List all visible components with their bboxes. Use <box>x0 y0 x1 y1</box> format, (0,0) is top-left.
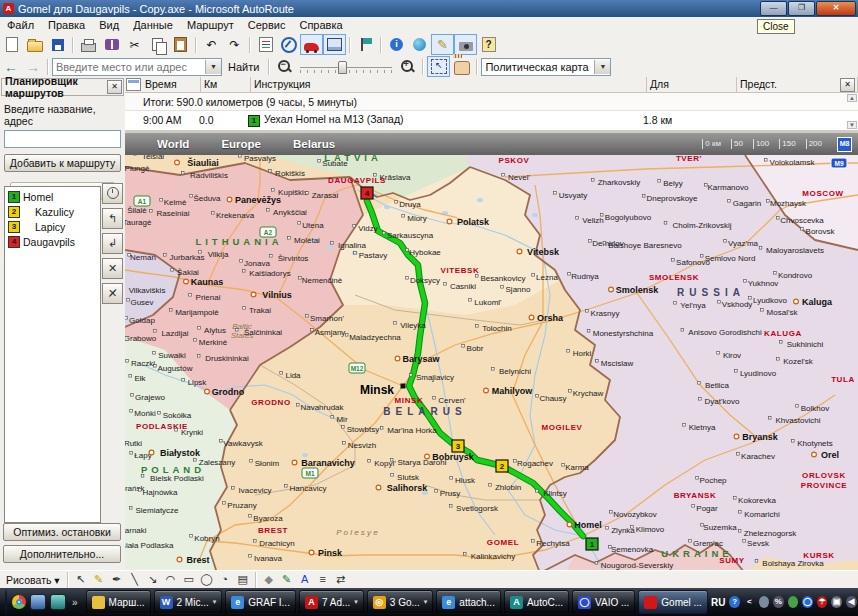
print-icon[interactable] <box>77 34 100 55</box>
map-canvas[interactable]: TelsiaiŠiauliaiPasvalysPlungėRadviliškis… <box>125 155 858 574</box>
task-autocad[interactable]: AAutoC... <box>504 590 569 614</box>
map-breadcrumb-world[interactable]: World <box>157 138 189 150</box>
legend-icon[interactable] <box>254 34 277 55</box>
move-stop-down-button[interactable]: ↲ <box>102 233 123 254</box>
directions-column-0[interactable]: Время <box>142 77 201 92</box>
zoom-in-button[interactable]: + <box>396 56 419 77</box>
radius-circle-tool[interactable]: ◔ <box>216 572 234 587</box>
freeform-tool[interactable]: ◠ <box>162 572 180 587</box>
stop-item-daugavpils[interactable]: 4Daugavpils <box>5 234 100 249</box>
optimize-stops-button[interactable]: Оптимиз. остановки <box>3 523 121 541</box>
snapshot-icon[interactable] <box>454 34 477 55</box>
map-style-dropdown-icon[interactable]: ▼ <box>594 60 610 74</box>
directions-close-icon[interactable]: ✕ <box>840 78 855 92</box>
tray-user-icon[interactable] <box>788 596 799 608</box>
undo-icon[interactable]: ↶ <box>200 34 223 55</box>
redo-icon[interactable]: ↷ <box>223 34 246 55</box>
back-icon[interactable]: ← <box>0 59 22 75</box>
title-bar[interactable]: A Gomel для Daugavpils - Copy.axe - Micr… <box>0 0 858 17</box>
tray-ring-icon[interactable]: ◯ <box>802 596 813 608</box>
zoom-select-tool[interactable]: ↖ <box>427 56 450 77</box>
task-group-arrow-icon[interactable]: ▾ <box>213 598 217 606</box>
map-breadcrumb-europe[interactable]: Europe <box>221 138 261 150</box>
route-planner-icon[interactable] <box>300 34 323 55</box>
zoom-slider[interactable] <box>300 60 392 74</box>
task-route-folder[interactable]: Марш... <box>86 590 151 614</box>
address-book-icon[interactable] <box>100 34 123 55</box>
more-options-button[interactable]: Дополнительно... <box>3 545 121 563</box>
tray-avira-icon[interactable]: ☂ <box>817 596 828 608</box>
zoom-slider-thumb[interactable] <box>338 61 347 74</box>
task-attach-ie[interactable]: eattach... <box>436 590 501 614</box>
directions-column-2[interactable]: Инструкция <box>251 77 647 92</box>
task-vaio[interactable]: ◯VAIO ... <box>572 590 635 614</box>
task-group-arrow-icon[interactable]: ▾ <box>354 598 358 606</box>
info-icon[interactable]: i <box>385 34 408 55</box>
menu-item-edit[interactable]: Правка <box>41 18 92 32</box>
tray-volume-icon[interactable]: ◀ <box>846 596 857 608</box>
tray-battery-icon[interactable]: % <box>773 596 784 608</box>
directions-column-3[interactable]: Для <box>647 77 737 92</box>
tray-network-icon[interactable]: ▣ <box>831 596 842 608</box>
task-graf-ie[interactable]: eGRAF I... <box>225 590 296 614</box>
highlighter-tool[interactable]: ✎ <box>90 572 108 587</box>
paste-icon[interactable] <box>169 34 192 55</box>
line-color-tool[interactable]: ✎ <box>278 572 296 587</box>
stop-item-kazulicy[interactable]: 2Kazulicy <box>5 204 100 219</box>
rectangle-tool[interactable]: ▭ <box>180 572 198 587</box>
delete-all-stops-button[interactable]: ✕̸ <box>102 283 123 304</box>
select-drawing-tool[interactable]: ↖ <box>72 572 90 587</box>
directions-pane-icon[interactable] <box>323 34 346 55</box>
menu-item-route[interactable]: Маршрут <box>180 18 241 32</box>
start-button[interactable] <box>5 589 7 616</box>
map-breadcrumb-belarus[interactable]: Belarus <box>293 138 335 150</box>
stop-item-lapicy[interactable]: 3Lapicy <box>5 219 100 234</box>
zoom-out-button[interactable]: − <box>273 56 296 77</box>
stops-flag-icon[interactable] <box>354 34 377 55</box>
task-adobe[interactable]: A7 Ad...▾ <box>299 590 364 614</box>
menu-item-help[interactable]: Справка <box>292 18 349 32</box>
task-group-arrow-icon[interactable]: ▾ <box>424 598 428 606</box>
tray-display-icon[interactable] <box>759 596 770 608</box>
directions-header-icon[interactable] <box>126 78 141 91</box>
menu-item-tools[interactable]: Сервис <box>241 18 293 32</box>
search-input[interactable] <box>53 61 205 73</box>
fill-color-tool[interactable]: ◆ <box>260 572 278 587</box>
open-file-icon[interactable] <box>23 34 46 55</box>
delete-stop-button[interactable]: ✕ <box>102 258 123 279</box>
line-tool[interactable]: ╲ <box>126 572 144 587</box>
schedule-stop-button[interactable] <box>102 183 123 204</box>
new-document-icon[interactable] <box>0 34 23 55</box>
measure-icon[interactable] <box>277 34 300 55</box>
route-arrows-tool[interactable]: ⇄ <box>332 572 350 587</box>
forward-icon[interactable]: → <box>22 59 44 75</box>
copy-icon[interactable] <box>146 34 169 55</box>
tray-help-icon[interactable]: ? <box>729 596 740 608</box>
search-dropdown-icon[interactable]: ▼ <box>205 60 221 74</box>
maximize-button[interactable]: ❐ <box>788 1 815 16</box>
menu-item-file[interactable]: Файл <box>0 18 41 32</box>
directions-column-1[interactable]: Км <box>201 77 251 92</box>
web-globe-icon[interactable] <box>408 34 431 55</box>
menu-item-data[interactable]: Данные <box>126 18 180 32</box>
font-color-tool[interactable]: A <box>296 572 314 587</box>
menu-item-view[interactable]: Вид <box>92 18 126 32</box>
save-icon[interactable] <box>46 34 69 55</box>
directions-row[interactable]: 9:00 AM0.01Уехал Homel на М13 (Запад)1.8… <box>125 111 858 128</box>
language-indicator[interactable]: RU <box>711 597 725 608</box>
minimize-button[interactable]: — <box>760 1 787 16</box>
stop-item-homel[interactable]: 1Homel <box>5 189 100 204</box>
route-planner-close-icon[interactable]: ✕ <box>107 80 122 94</box>
drawing-tools-icon[interactable]: ✎ <box>431 34 454 55</box>
tray-chevron-icon[interactable]: < <box>744 596 755 608</box>
help-icon[interactable]: ? <box>477 34 500 55</box>
map-style-combo[interactable]: Политическая карта ▼ <box>481 58 611 76</box>
task-chrome[interactable]: ◎3 Go...▾ <box>367 590 434 614</box>
draw-menu-button[interactable]: Рисовать ▾ <box>0 574 64 586</box>
stops-list[interactable]: 1Homel2Kazulicy3Lapicy4Daugavpils <box>4 186 101 523</box>
display-quicklaunch-icon[interactable] <box>30 594 46 610</box>
textbox-tool[interactable]: ▤ <box>234 572 252 587</box>
close-button[interactable]: ✕ <box>816 1 856 16</box>
cut-icon[interactable]: ✂ <box>123 34 146 55</box>
quicklaunch-overflow-icon[interactable]: » <box>70 597 80 608</box>
